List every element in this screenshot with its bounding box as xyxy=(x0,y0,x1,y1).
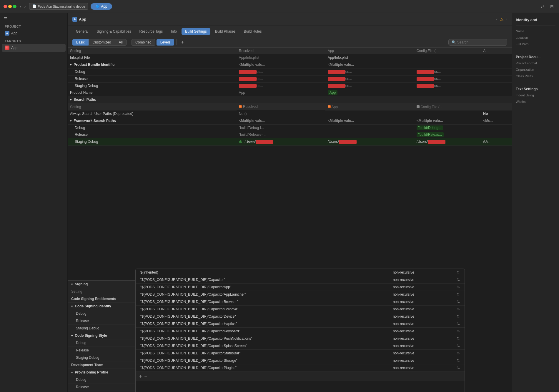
popup-path-stepper[interactable]: ⇅ xyxy=(452,298,465,306)
sidebar-item-project-app[interactable]: A App xyxy=(0,29,67,37)
popup-path-row[interactable]: "${PODS_CONFIGURATION_BUILD_DIR}/Capacit… xyxy=(136,328,465,335)
app-topbar: A App ‹ ⚠ › xyxy=(68,13,512,26)
popup-path-stepper[interactable]: ⇅ xyxy=(452,364,465,372)
popup-path-stepper[interactable]: ⇅ xyxy=(452,328,465,335)
popup-path-row[interactable]: "${PODS_CONFIGURATION_BUILD_DIR}/Capacit… xyxy=(136,291,465,298)
file-tab[interactable]: 📄 Pods-App Staging.staging debug xyxy=(29,3,88,10)
view-combined-button[interactable]: Combined xyxy=(132,39,155,46)
table-row-staging[interactable]: Staging Debug ⊕ /Users/ /Users/ . /Users… xyxy=(68,138,512,145)
active-app-tab[interactable]: 🔷 App xyxy=(91,3,112,10)
framework-search-paths-popup: $(inherited) non-recursive ⇅ "${PODS_CON… xyxy=(135,269,465,392)
search-input[interactable] xyxy=(457,40,504,44)
toolbar-separator-1 xyxy=(129,39,129,45)
refresh-button[interactable]: ⇄ xyxy=(539,4,546,9)
nav-back-button[interactable]: ‹ xyxy=(19,4,23,9)
popup-path-row[interactable]: "${PODS_CONFIGURATION_BUILD_DIR}/Capacit… xyxy=(136,306,465,313)
table-row[interactable]: Always Search User Paths (Deprecated) No… xyxy=(68,110,512,117)
table-row[interactable]: Release "build/Release-... "build/Releas… xyxy=(68,131,512,138)
popup-path-stepper[interactable]: ⇅ xyxy=(452,306,465,313)
add-setting-button[interactable]: + xyxy=(179,40,185,45)
full-path-label: Full Path xyxy=(516,42,555,46)
table-row[interactable]: Product Name App App xyxy=(68,89,512,96)
tab-build-phases[interactable]: Build Phases xyxy=(212,28,239,35)
popup-path-row[interactable]: "${PODS_CONFIGURATION_BUILD_DIR}/Capacit… xyxy=(136,298,465,306)
popup-path-row[interactable]: $(inherited) non-recursive ⇅ xyxy=(136,269,465,276)
row-col4 xyxy=(481,54,512,61)
topbar-chevron-left[interactable]: ‹ xyxy=(496,17,498,21)
row-col4 xyxy=(481,89,512,96)
popup-path-stepper[interactable]: ⇅ xyxy=(452,350,465,357)
nav-forward-button[interactable]: › xyxy=(23,4,27,9)
table-row[interactable]: Info.plist File App/Info.plist App/Info.… xyxy=(68,54,512,61)
tab-build-settings[interactable]: Build Settings xyxy=(182,28,210,35)
row-config xyxy=(414,89,481,96)
popup-path-stepper[interactable]: ⇅ xyxy=(452,320,465,328)
tab-signing[interactable]: Signing & Capabilities xyxy=(93,28,135,35)
col-header-setting: Setting xyxy=(68,48,237,54)
sidebar-item-target-app[interactable]: App xyxy=(2,44,66,52)
popup-add-button[interactable]: + xyxy=(139,374,142,379)
sub-col-setting: Setting xyxy=(68,103,237,110)
popup-path-stepper[interactable]: ⇅ xyxy=(452,342,465,350)
settings-table-container[interactable]: Setting Resolved App Config.File (... A.… xyxy=(68,48,512,392)
close-button[interactable] xyxy=(4,5,7,8)
popup-path-type: non-recursive xyxy=(388,364,452,372)
filter-basic-button[interactable]: Basic xyxy=(72,39,89,46)
popup-path-row[interactable]: "${PODS_CONFIGURATION_BUILD_DIR}/Capacit… xyxy=(136,335,465,342)
row-resolved: ⊕ /Users/ xyxy=(237,138,325,145)
popup-path-row[interactable]: "${PODS_CONFIGURATION_BUILD_DIR}/Capacit… xyxy=(136,342,465,350)
row-app xyxy=(325,124,414,131)
empty-space-row xyxy=(68,145,512,263)
popup-remove-button[interactable]: − xyxy=(144,374,147,379)
class-prefix-label: Class Prefix xyxy=(516,74,555,78)
table-row[interactable]: Release os... os... os... xyxy=(68,75,512,82)
tab-general[interactable]: General xyxy=(72,28,92,35)
row-config xyxy=(414,110,481,117)
title-bar-right: ⇄ ⊞ xyxy=(539,4,555,9)
popup-path-row[interactable]: "${PODS_CONFIGURATION_BUILD_DIR}/Capacit… xyxy=(136,350,465,357)
table-row-section[interactable]: ▾ Product Bundle Identifier <Multiple va… xyxy=(68,61,512,68)
topbar-chevron-right[interactable]: › xyxy=(506,17,507,21)
popup-path-row[interactable]: "${PODS_CONFIGURATION_BUILD_DIR}/Capacit… xyxy=(136,284,465,291)
popup-path-row[interactable]: "${PODS_CONFIGURATION_BUILD_DIR}/Capacit… xyxy=(136,276,465,284)
popup-path-stepper[interactable]: ⇅ xyxy=(452,276,465,284)
maximize-button[interactable] xyxy=(13,5,16,8)
view-levels-button[interactable]: Levels xyxy=(157,39,174,46)
right-panel-divider-3 xyxy=(516,82,555,82)
popup-path-stepper[interactable]: ⇅ xyxy=(452,335,465,342)
tab-build-rules[interactable]: Build Rules xyxy=(240,28,265,35)
row-config: "build/Debug... xyxy=(414,124,481,131)
popup-path-value: $(inherited) xyxy=(136,269,388,276)
redacted-value xyxy=(417,84,434,88)
popup-path-row[interactable]: "${PODS_CONFIGURATION_BUILD_DIR}/Capacit… xyxy=(136,320,465,328)
popup-path-row[interactable]: "${PODS_CONFIGURATION_BUILD_DIR}/Capacit… xyxy=(136,357,465,364)
organization-label: Organization xyxy=(516,68,555,71)
redacted-value xyxy=(339,140,357,144)
filter-all-button[interactable]: All xyxy=(115,39,127,46)
split-view-button[interactable]: ⊞ xyxy=(548,4,555,9)
popup-path-stepper[interactable]: ⇅ xyxy=(452,269,465,276)
tab-resource-tags[interactable]: Resource Tags xyxy=(136,28,166,35)
table-row-section-header[interactable]: ▾ Search Paths xyxy=(68,96,512,103)
minimize-button[interactable] xyxy=(8,5,12,8)
table-row-section[interactable]: ▾ Framework Search Paths <Multiple valu.… xyxy=(68,117,512,124)
sidebar-toggle-button[interactable]: ☰ xyxy=(4,16,7,21)
popup-path-type: non-recursive xyxy=(388,320,452,328)
popup-path-type: non-recursive xyxy=(388,350,452,357)
tab-info[interactable]: Info xyxy=(167,28,180,35)
search-box[interactable]: 🔍 xyxy=(448,39,507,46)
popup-path-stepper[interactable]: ⇅ xyxy=(452,291,465,298)
filter-customized-button[interactable]: Customized xyxy=(89,39,115,46)
row-resolved: os... xyxy=(237,75,325,82)
table-row[interactable]: Staging Debug os... os... os... xyxy=(68,82,512,89)
popup-path-row[interactable]: "${PODS_CONFIGURATION_BUILD_DIR}/Capacit… xyxy=(136,313,465,320)
class-prefix-section: Class Prefix xyxy=(512,73,559,80)
table-row[interactable]: Debug "build/Debug-i... "build/Debug... xyxy=(68,124,512,131)
table-row[interactable]: Debug os... os... os... xyxy=(68,68,512,76)
popup-path-stepper[interactable]: ⇅ xyxy=(452,284,465,291)
popup-path-row[interactable]: "${PODS_CONFIGURATION_BUILD_DIR}/Capacit… xyxy=(136,364,465,372)
popup-path-stepper[interactable]: ⇅ xyxy=(452,313,465,320)
redacted-value xyxy=(417,70,434,74)
project-doc-title: Project Docu... xyxy=(512,53,559,60)
popup-path-stepper[interactable]: ⇅ xyxy=(452,357,465,364)
